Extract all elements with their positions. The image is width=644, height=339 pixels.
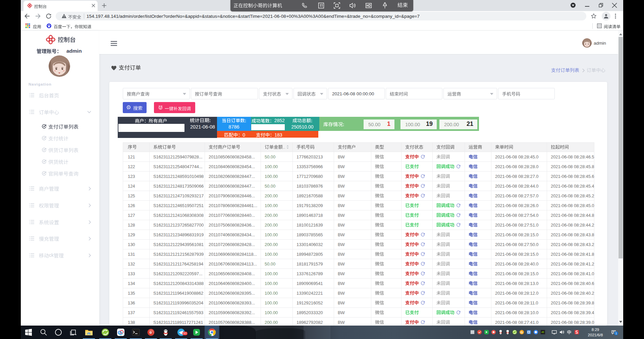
svg-text:G: G bbox=[521, 331, 523, 334]
